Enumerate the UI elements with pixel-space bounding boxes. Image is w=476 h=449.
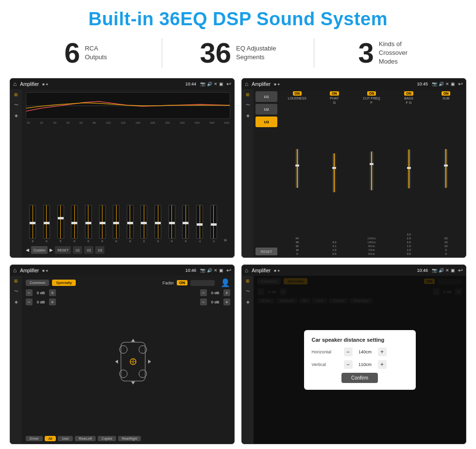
eq-reset-btn[interactable]: RESET — [55, 246, 71, 254]
vol-minus-3[interactable]: − — [200, 289, 207, 296]
wave-icon-4[interactable]: 〜 — [246, 288, 250, 295]
vol-minus-1[interactable]: − — [26, 289, 33, 296]
eq-bottom-bar: ◀ Custom ▶ RESET U1 U2 U3 — [26, 246, 230, 254]
crossover-phat: ON PHAT G 3.0 2.1 1.3 0.5 — [317, 91, 353, 255]
svg-marker-10 — [131, 339, 135, 342]
fader-middle: − 0 dB + − 0 dB + — [26, 289, 230, 434]
eq-icon-1[interactable]: ⊞ — [14, 92, 18, 97]
copilot-btn[interactable]: Copilot — [98, 436, 116, 441]
side-icons-4: ⊞ 〜 ◈ — [242, 276, 254, 444]
stat-crossover: 3 Kinds ofCrossover Modes — [314, 39, 466, 67]
crossover-cutfreq: ON CUT FREQ F 120Hz 100Hz 80Hz 70Hz 60Hz — [354, 91, 390, 255]
close-icon-1: ✕ — [214, 82, 218, 86]
fader-on-toggle[interactable]: ON — [177, 280, 187, 285]
eq-prev-btn[interactable]: ◀ — [26, 248, 29, 252]
crossover-u-buttons: U1 U2 U3 RESET — [255, 91, 277, 255]
back-icon-1: ↩ — [226, 81, 231, 87]
specialty-tab[interactable]: Specialty — [52, 280, 75, 286]
eq-sliders: 0 0 5 0 0 0 0 0 0 0 0 0 -1 -1 » — [26, 127, 230, 244]
eq-u1-btn[interactable]: U1 — [73, 246, 82, 254]
eq-icon-4[interactable]: ⊞ — [246, 279, 250, 283]
vol-plus-2[interactable]: + — [49, 299, 56, 305]
eq-slider-col-8: 0 — [123, 205, 137, 243]
vertical-value: 110cm — [356, 362, 375, 367]
driver-btn[interactable]: Driver — [26, 436, 43, 441]
eq-main-area: 25 32 40 50 63 80 100 125 160 200 250 32… — [22, 89, 234, 257]
camera-icon-3: 📷 — [200, 268, 205, 273]
horizontal-plus[interactable]: + — [378, 348, 387, 356]
speaker-icon-1[interactable]: ◈ — [15, 113, 18, 118]
eq-u2-btn[interactable]: U2 — [84, 246, 93, 254]
vol-row-2: − 0 dB + — [26, 299, 74, 305]
vertical-minus[interactable]: − — [344, 360, 353, 369]
status-bar-1: ⌂ Amplifier ■ ● 10:44 📷 🔊 ✕ ▣ ↩ — [10, 79, 234, 89]
page-container: Built-in 36EQ DSP Sound System 6 RCAOutp… — [0, 0, 476, 449]
vol-val-4: 0 dB — [208, 300, 222, 304]
dots-4: ■ ● — [274, 268, 280, 273]
crossover-main: U1 U2 U3 RESET ON LOUDNESS — [254, 89, 466, 257]
rear-left-btn[interactable]: RearLeft — [75, 436, 96, 441]
rear-right-btn[interactable]: RearRight — [118, 436, 141, 441]
vol-row-4: − 0 dB + — [200, 299, 230, 305]
eq-icon-3[interactable]: ⊞ — [14, 279, 18, 283]
u1-btn[interactable]: U1 — [255, 91, 277, 102]
screen-content-2: ⊞ 〜 ◈ U1 U2 U3 RESET ON LOU — [242, 89, 466, 257]
eq-slider-col-9: 0 — [137, 205, 151, 243]
screen-icon-4: ▣ — [451, 268, 455, 273]
u3-btn[interactable]: U3 — [255, 116, 277, 127]
eq-slider-col-13: -1 — [193, 205, 207, 243]
dialog-main: Common Specialty ON − 0 dB + − 0 — [254, 276, 466, 444]
car-diagram-svg — [111, 335, 155, 388]
stat-rca-number: 6 — [64, 39, 80, 67]
fader-label: Fader — [162, 281, 174, 285]
time-4: 10:46 — [417, 268, 428, 273]
eq-custom-btn[interactable]: Custom — [31, 246, 48, 254]
eq-u3-btn[interactable]: U3 — [95, 246, 104, 254]
vol-minus-4[interactable]: − — [200, 299, 207, 305]
stat-crossover-number: 3 — [358, 39, 374, 67]
eq-next-btn[interactable]: ▶ — [50, 248, 53, 252]
vol-minus-2[interactable]: − — [26, 299, 33, 305]
vol-plus-4[interactable]: + — [223, 299, 230, 305]
vertical-plus[interactable]: + — [378, 360, 387, 369]
back-icon-3: ↩ — [226, 267, 231, 274]
fader-slider[interactable] — [190, 280, 215, 286]
crossover-reset-btn[interactable]: RESET — [255, 248, 277, 255]
close-icon-3: ✕ — [214, 268, 218, 273]
speaker-icon-2[interactable]: ◈ — [246, 113, 250, 118]
wave-icon-2[interactable]: 〜 — [246, 102, 250, 108]
fader-bottom-bar: Driver All User RearLeft Copilot RearRig… — [26, 436, 230, 441]
common-tab[interactable]: Common — [26, 280, 49, 286]
screen-icon-3: ▣ — [219, 268, 223, 273]
side-icons-3: ⊞ 〜 ◈ — [10, 276, 22, 444]
horizontal-minus[interactable]: − — [344, 348, 353, 356]
speaker-icon-4[interactable]: ◈ — [246, 299, 250, 304]
volume-icon-3: 🔊 — [207, 268, 212, 273]
status-bar-2: ⌂ Amplifier ■ ● 10:45 📷 🔊 ✕ ▣ ↩ — [242, 79, 466, 89]
vol-plus-1[interactable]: + — [49, 289, 56, 296]
screen-content-4: ⊞ 〜 ◈ Common Specialty ON − — [242, 276, 466, 444]
page-title: Built-in 36EQ DSP Sound System — [88, 9, 388, 30]
back-icon-2: ↩ — [458, 81, 463, 87]
all-btn[interactable]: All — [45, 436, 56, 441]
volume-icon-4: 🔊 — [439, 268, 444, 273]
u2-btn[interactable]: U2 — [255, 104, 277, 115]
eq-slider-col-4: 0 — [68, 205, 82, 243]
speaker-icon-3[interactable]: ◈ — [15, 299, 18, 304]
time-2: 10:45 — [417, 82, 428, 86]
screenshot-fader: ⌂ Amplifier ■ ● 10:46 📷 🔊 ✕ ▣ ↩ ⊞ 〜 ◈ — [10, 265, 235, 444]
confirm-button[interactable]: Confirm — [341, 373, 378, 383]
wave-icon-3[interactable]: 〜 — [14, 288, 18, 295]
screen-content-1: ⊞ 〜 ◈ 25 32 — [10, 89, 234, 257]
crossover-columns: ON LOUDNESS 64 48 32 16 0 — [279, 91, 464, 255]
home-icon-1: ⌂ — [13, 81, 17, 87]
vol-val-3: 0 dB — [208, 291, 222, 295]
user-btn[interactable]: User — [58, 436, 73, 441]
fader-right-col: − 0 dB + − 0 dB + — [191, 289, 230, 434]
screenshot-dialog: ⌂ Amplifier ■ ● 10:46 📷 🔊 ✕ ▣ ↩ ⊞ 〜 ◈ — [241, 265, 466, 444]
dots-2: ■ ● — [274, 82, 280, 86]
screen-icon-2: ▣ — [451, 82, 455, 86]
wave-icon-1[interactable]: 〜 — [14, 102, 18, 108]
eq-icon-2[interactable]: ⊞ — [246, 92, 250, 97]
vol-plus-3[interactable]: + — [223, 289, 230, 296]
